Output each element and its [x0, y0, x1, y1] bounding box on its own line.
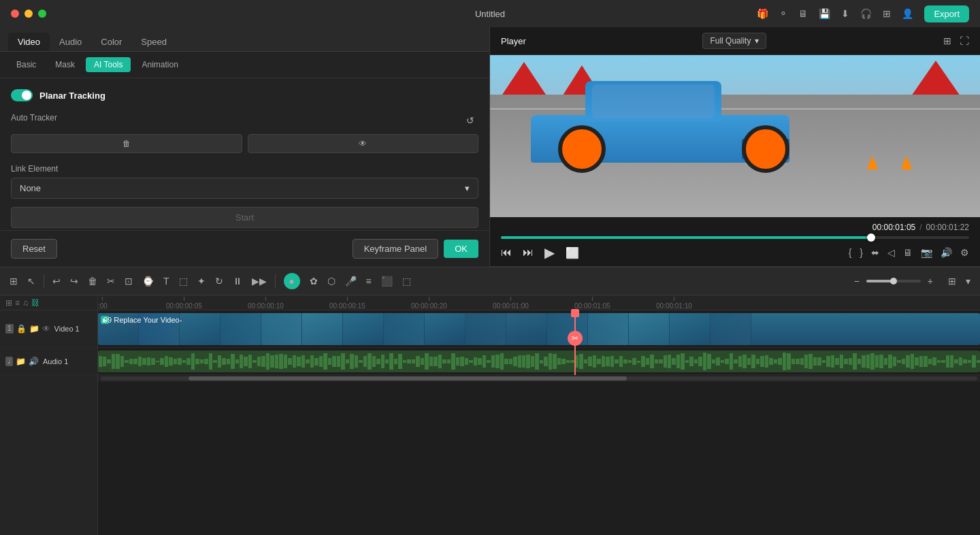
subtab-aitools[interactable]: AI Tools — [86, 57, 131, 72]
cut-btn[interactable]: ✂ — [103, 273, 119, 289]
audio-track-volume-btn[interactable]: 🔊 — [29, 357, 39, 366]
video-track-lock-btn[interactable]: 🔒 — [16, 324, 27, 334]
more-options-btn[interactable]: ▾ — [962, 273, 975, 289]
wave-bar — [133, 359, 137, 363]
ruler-mark-6: 00:00:01:05 — [574, 297, 610, 310]
grid-icon[interactable]: ⊞ — [883, 8, 891, 19]
play-btn[interactable]: ▶ — [544, 244, 555, 261]
timeline-scrollbar[interactable] — [98, 375, 980, 382]
save-icon[interactable]: 💾 — [819, 8, 830, 19]
subtab-animation[interactable]: Animation — [133, 57, 186, 72]
bracket-right-icon[interactable]: } — [860, 247, 863, 258]
tracker-eye-btn[interactable]: 👁 — [248, 134, 479, 153]
delete-btn[interactable]: 🗑 — [84, 273, 101, 289]
fullscreen-icon[interactable]: ⛶ — [960, 35, 969, 46]
zoom-in-btn[interactable]: + — [924, 273, 937, 289]
traffic-lights[interactable] — [11, 10, 46, 18]
minimize-btn[interactable] — [24, 10, 33, 18]
reset-tracker-icon[interactable]: ↺ — [462, 112, 478, 129]
link-element-dropdown[interactable]: None ▾ — [11, 178, 478, 199]
crop-icon[interactable]: ⬌ — [871, 247, 879, 258]
progress-thumb[interactable] — [867, 233, 875, 242]
circle-icon[interactable]: ⚬ — [779, 8, 787, 19]
wave-bar — [500, 353, 504, 370]
audio-btn[interactable]: 🎤 — [341, 273, 361, 289]
adjust-btn[interactable]: ✿ — [306, 273, 322, 289]
more-btn[interactable]: ▶▶ — [248, 273, 271, 289]
avatar-icon[interactable]: 👤 — [902, 8, 913, 19]
wave-bar — [963, 359, 966, 363]
freeze-btn[interactable]: ⏸ — [229, 273, 246, 289]
tracker-delete-btn[interactable]: 🗑 — [11, 134, 242, 153]
scrollbar-track[interactable] — [101, 376, 977, 380]
zoom-out-btn[interactable]: − — [850, 273, 864, 289]
crop-tool-btn[interactable]: ⊡ — [120, 273, 137, 289]
gift-icon[interactable]: 🎁 — [757, 8, 768, 19]
speed-tool-btn[interactable]: ⌚ — [138, 273, 158, 289]
ok-button[interactable]: OK — [444, 240, 478, 258]
transform-btn[interactable]: ⬚ — [175, 273, 192, 289]
transition-btn[interactable]: ⬚ — [398, 273, 415, 289]
export-button[interactable]: Export — [924, 5, 969, 22]
progress-bar[interactable] — [501, 236, 969, 239]
start-button[interactable]: Start — [11, 207, 478, 228]
record-btn[interactable]: ● — [280, 270, 304, 292]
tab-speed[interactable]: Speed — [131, 33, 176, 51]
player-label: Player — [501, 36, 526, 46]
text-btn[interactable]: T — [159, 273, 174, 289]
tab-color[interactable]: Color — [91, 33, 131, 51]
wave-bar — [655, 359, 658, 363]
reset-button[interactable]: Reset — [11, 239, 57, 259]
wave-bar — [606, 357, 609, 366]
close-btn[interactable] — [11, 10, 19, 18]
scissors-icon[interactable]: ✂ — [568, 331, 583, 346]
wave-bar — [526, 355, 529, 368]
headphone-icon[interactable]: 🎧 — [860, 8, 872, 19]
mask-btn[interactable]: ⬡ — [323, 273, 340, 289]
bracket-left-icon[interactable]: { — [849, 247, 852, 258]
layout-btn[interactable]: ⊞ — [944, 273, 960, 289]
download-icon[interactable]: ⬇ — [841, 8, 849, 19]
screenshot-icon[interactable]: 📷 — [921, 247, 932, 258]
pointer-btn[interactable]: ↖ — [23, 273, 39, 289]
planar-tracking-toggle[interactable] — [11, 89, 33, 101]
tab-audio[interactable]: Audio — [50, 33, 91, 51]
tab-video[interactable]: Video — [8, 33, 50, 51]
quality-dropdown[interactable]: Full Quality ▾ — [702, 33, 766, 49]
audio-track-add-btn[interactable]: 📁 — [16, 357, 26, 366]
frame-back-btn[interactable]: ⏭ — [523, 246, 534, 259]
video-track-add-btn[interactable]: 📁 — [29, 324, 39, 334]
add-track-btn[interactable]: ⊞ — [5, 298, 12, 308]
scrollbar-thumb[interactable] — [189, 376, 627, 380]
step-back-btn[interactable]: ⏮ — [501, 246, 512, 259]
audio-track-btn[interactable]: ♫ — [22, 298, 29, 308]
subtab-mask[interactable]: Mask — [47, 57, 83, 72]
audio-clip[interactable] — [98, 351, 980, 372]
keyframe-panel-button[interactable]: Keyframe Panel — [353, 239, 439, 259]
link-btn[interactable]: ⛓ — [31, 298, 39, 308]
smart-select-btn[interactable]: ⊞ — [5, 273, 22, 289]
subtab-basic[interactable]: Basic — [8, 57, 44, 72]
player-header: Player Full Quality ▾ ⊞ ⛶ — [490, 27, 980, 55]
volume-icon[interactable]: 🔊 — [941, 247, 952, 258]
ai-cutout-btn[interactable]: ✦ — [193, 273, 210, 289]
layout-icon[interactable]: ⊞ — [943, 35, 951, 46]
subtitle-btn[interactable]: ≡ — [362, 273, 376, 289]
undo-btn[interactable]: ↩ — [48, 273, 65, 289]
subtitle-track-btn[interactable]: ≡ — [15, 298, 20, 308]
wave-bar — [707, 354, 710, 370]
redo-btn[interactable]: ↪ — [66, 273, 82, 289]
aspect-ratio-btn[interactable]: ⬜ — [566, 246, 579, 259]
prev-icon[interactable]: ◁ — [887, 247, 895, 258]
video-clip[interactable]: ▶ 09 Replace Your Video- — [98, 313, 980, 345]
wave-bar — [138, 357, 142, 366]
video-track-eye-btn[interactable]: 👁 — [42, 324, 50, 334]
effect-btn[interactable]: ⬛ — [377, 273, 397, 289]
zoom-slider[interactable] — [866, 280, 921, 282]
maximize-btn[interactable] — [38, 10, 46, 18]
rotate-btn[interactable]: ↻ — [211, 273, 227, 289]
monitor-out-icon[interactable]: 🖥 — [903, 247, 913, 258]
monitor-icon[interactable]: 🖥 — [798, 8, 808, 19]
wave-bar — [165, 356, 168, 366]
settings-icon[interactable]: ⚙ — [960, 247, 969, 258]
